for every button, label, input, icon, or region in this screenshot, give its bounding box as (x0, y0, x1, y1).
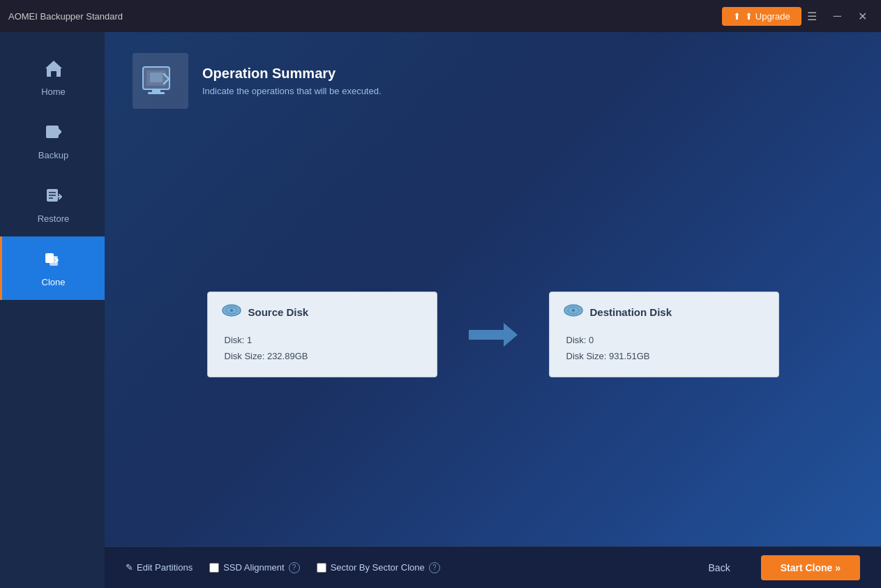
clone-diagram: Source Disk Disk: 1 Disk Size: 232.89GB (105, 123, 881, 546)
app-title: AOMEI Backupper Standard (8, 11, 722, 22)
sector-clone-option[interactable]: Sector By Sector Clone ? (317, 562, 440, 573)
sector-clone-help-icon[interactable]: ? (429, 562, 440, 573)
ssd-alignment-checkbox[interactable] (209, 563, 219, 573)
svg-point-17 (230, 309, 233, 312)
source-disk-number: Disk: 1 (225, 332, 423, 348)
sidebar-clone-label: Clone (42, 277, 66, 287)
svg-rect-12 (150, 73, 163, 82)
sidebar-home-label: Home (41, 86, 66, 97)
ssd-alignment-label: SSD Alignment (223, 562, 284, 573)
upgrade-icon: ⬆ (733, 11, 741, 22)
sidebar-item-home[interactable]: Home (0, 46, 105, 110)
svg-rect-2 (51, 71, 57, 77)
window-controls: ☰ ─ ✕ (801, 7, 873, 26)
svg-rect-14 (148, 92, 165, 94)
source-disk-icon (222, 303, 241, 321)
sidebar-backup-label: Backup (38, 150, 68, 160)
upgrade-label: ⬆ Upgrade (745, 11, 790, 22)
source-disk-title: Source Disk (248, 306, 309, 318)
svg-point-21 (572, 309, 575, 312)
sidebar-item-restore[interactable]: Restore (0, 173, 105, 236)
ssd-alignment-option[interactable]: SSD Alignment ? (209, 562, 299, 573)
menu-button[interactable]: ☰ (801, 7, 822, 26)
destination-disk-info: Disk: 0 Disk Size: 931.51GB (564, 332, 765, 365)
minimize-button[interactable]: ─ (828, 7, 847, 25)
ssd-alignment-help-icon[interactable]: ? (289, 562, 300, 573)
upgrade-button[interactable]: ⬆ ⬆ Upgrade (722, 7, 801, 26)
header-icon-box (133, 53, 188, 109)
sidebar-item-clone[interactable]: Clone (0, 236, 105, 300)
sidebar-restore-label: Restore (38, 213, 70, 224)
header-text: Operation Summary Indicate the operation… (202, 66, 382, 96)
page-subtitle: Indicate the operations that will be exe… (202, 86, 382, 96)
destination-disk-icon (564, 303, 583, 321)
sidebar-item-backup[interactable]: Backup (0, 110, 105, 173)
home-icon (44, 59, 63, 81)
footer: ✎ Edit Partitions SSD Alignment ? Sector… (105, 546, 881, 588)
destination-disk-card: Destination Disk Disk: 0 Disk Size: 931.… (549, 292, 779, 378)
source-disk-card: Source Disk Disk: 1 Disk Size: 232.89GB (207, 292, 437, 378)
clone-arrow (465, 317, 521, 352)
destination-disk-header: Destination Disk (564, 303, 765, 321)
backup-icon (44, 122, 63, 144)
header-section: Operation Summary Indicate the operation… (105, 32, 881, 123)
source-disk-info: Disk: 1 Disk Size: 232.89GB (222, 332, 423, 365)
clone-icon (44, 249, 63, 271)
source-disk-size: Disk Size: 232.89GB (225, 348, 423, 364)
sidebar: Home Backup Rest (0, 32, 105, 588)
svg-marker-1 (45, 61, 62, 68)
page-title: Operation Summary (202, 66, 382, 82)
start-clone-button[interactable]: Start Clone » (761, 555, 860, 580)
back-button[interactable]: Back (695, 557, 744, 579)
restore-icon (44, 186, 63, 208)
destination-disk-size: Disk Size: 931.51GB (566, 348, 765, 364)
svg-marker-18 (469, 323, 518, 347)
destination-disk-title: Destination Disk (590, 306, 672, 318)
close-button[interactable]: ✕ (852, 7, 873, 26)
main-layout: Home Backup Rest (0, 32, 881, 588)
edit-icon: ✎ (126, 562, 133, 573)
titlebar: AOMEI Backupper Standard ⬆ ⬆ Upgrade ☰ ─… (0, 0, 881, 32)
content-area: Operation Summary Indicate the operation… (105, 32, 881, 588)
edit-partitions-label: Edit Partitions (137, 562, 193, 573)
sector-clone-checkbox[interactable] (317, 563, 326, 573)
sector-clone-label: Sector By Sector Clone (331, 562, 425, 573)
edit-partitions-link[interactable]: ✎ Edit Partitions (126, 562, 193, 573)
arrow-container (465, 317, 521, 352)
destination-disk-number: Disk: 0 (566, 332, 765, 348)
source-disk-header: Source Disk (222, 303, 423, 321)
